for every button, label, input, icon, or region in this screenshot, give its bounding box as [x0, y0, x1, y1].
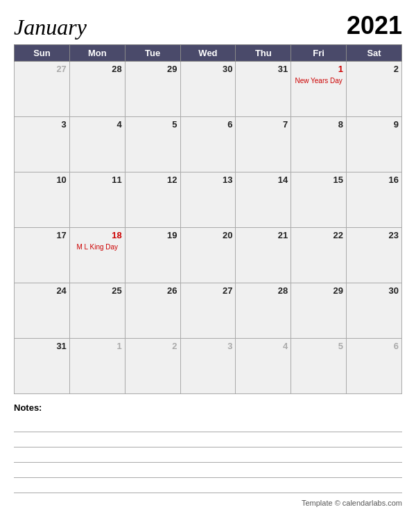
calendar-cell: 22 — [291, 228, 347, 283]
calendar-cell: 28 — [69, 62, 125, 117]
calendar-week-5: 31123456 — [15, 339, 402, 394]
day-number: 18 — [73, 230, 122, 240]
day-number: 3 — [184, 341, 233, 351]
notes-line — [14, 478, 402, 493]
day-number: 29 — [128, 64, 177, 74]
day-header-sun: Sun — [15, 45, 70, 62]
calendar-cell: 23 — [347, 228, 402, 283]
calendar-week-1: 3456789 — [15, 117, 402, 172]
calendar-cell: 1 — [69, 339, 125, 394]
year-title: 2021 — [347, 11, 402, 40]
day-number: 17 — [17, 230, 67, 240]
day-number: 6 — [349, 341, 399, 351]
day-number: 24 — [17, 285, 67, 296]
footer-text: Template © calendarlabs.com — [302, 499, 402, 507]
calendar-week-2: 10111213141516 — [15, 172, 402, 228]
calendar-cell: 17 — [15, 228, 70, 283]
calendar-cell: 27 — [15, 62, 70, 117]
calendar-cell: 19 — [125, 228, 180, 283]
day-number: 4 — [73, 119, 122, 130]
calendar-cell: 6 — [180, 117, 236, 172]
day-number: 2 — [128, 341, 177, 351]
calendar-week-3: 1718M L King Day1920212223 — [15, 228, 402, 283]
calendar-cell: 13 — [180, 172, 236, 228]
calendar-cell: 31 — [15, 339, 70, 394]
calendar-cell: 30 — [347, 283, 402, 339]
event-label: New Years Day — [294, 77, 343, 85]
calendar-cell: 25 — [69, 283, 125, 339]
calendar-cell: 15 — [291, 172, 347, 228]
day-header-mon: Mon — [69, 45, 125, 62]
day-header-wed: Wed — [180, 45, 236, 62]
day-number: 1 — [73, 341, 122, 351]
notes-line — [14, 447, 402, 463]
calendar-cell: 26 — [125, 283, 180, 339]
day-header-thu: Thu — [236, 45, 291, 62]
day-number: 7 — [239, 119, 288, 130]
day-header-tue: Tue — [125, 45, 180, 62]
notes-section: Notes: — [14, 402, 402, 493]
day-number: 21 — [239, 230, 288, 240]
day-number: 28 — [239, 285, 288, 296]
calendar-cell: 7 — [236, 117, 291, 172]
day-number: 23 — [349, 230, 399, 240]
day-number: 22 — [294, 230, 343, 240]
day-number: 5 — [128, 119, 177, 130]
day-number: 3 — [17, 119, 67, 130]
day-number: 13 — [184, 175, 233, 185]
day-number: 2 — [349, 64, 399, 74]
day-number: 5 — [294, 341, 343, 351]
day-number: 28 — [73, 64, 122, 74]
day-number: 29 — [294, 285, 343, 296]
calendar-cell: 4 — [236, 339, 291, 394]
day-number: 9 — [349, 119, 399, 130]
calendar-cell: 21 — [236, 228, 291, 283]
day-number: 1 — [294, 64, 343, 74]
day-number: 27 — [17, 64, 67, 74]
day-number: 6 — [184, 119, 233, 130]
notes-label: Notes: — [14, 402, 402, 413]
event-label: M L King Day — [73, 243, 122, 251]
calendar-cell: 3 — [180, 339, 236, 394]
notes-line — [14, 432, 402, 447]
calendar-cell: 29 — [291, 283, 347, 339]
day-number: 11 — [73, 175, 122, 185]
day-number: 30 — [349, 285, 399, 296]
calendar-cell: 28 — [236, 283, 291, 339]
day-number: 19 — [128, 230, 177, 240]
calendar-table: SunMonTueWedThuFriSat 27282930311New Yea… — [14, 44, 402, 394]
calendar-cell: 5 — [125, 117, 180, 172]
notes-line — [14, 417, 402, 432]
calendar-cell: 27 — [180, 283, 236, 339]
day-number: 31 — [17, 341, 67, 351]
day-number: 8 — [294, 119, 343, 130]
calendar-cell: 24 — [15, 283, 70, 339]
day-number: 26 — [128, 285, 177, 296]
calendar-cell: 12 — [125, 172, 180, 228]
calendar-cell: 1New Years Day — [291, 62, 347, 117]
calendar-cell: 18M L King Day — [69, 228, 125, 283]
calendar-cell: 6 — [347, 339, 402, 394]
day-number: 16 — [349, 175, 399, 185]
calendar-cell: 16 — [347, 172, 402, 228]
month-title: January — [14, 15, 87, 40]
calendar-cell: 11 — [69, 172, 125, 228]
calendar-cell: 8 — [291, 117, 347, 172]
calendar-cell: 29 — [125, 62, 180, 117]
day-number: 10 — [17, 175, 67, 185]
day-number: 31 — [239, 64, 288, 74]
calendar-cell: 4 — [69, 117, 125, 172]
calendar-week-4: 24252627282930 — [15, 283, 402, 339]
notes-lines — [14, 417, 402, 493]
day-number: 30 — [184, 64, 233, 74]
day-header-sat: Sat — [347, 45, 402, 62]
calendar-cell: 2 — [347, 62, 402, 117]
day-number: 12 — [128, 175, 177, 185]
calendar-week-0: 27282930311New Years Day2 — [15, 62, 402, 117]
day-number: 14 — [239, 175, 288, 185]
calendar-cell: 31 — [236, 62, 291, 117]
day-number: 25 — [73, 285, 122, 296]
day-number: 4 — [239, 341, 288, 351]
calendar-header: January 2021 — [14, 11, 402, 40]
calendar-cell: 14 — [236, 172, 291, 228]
